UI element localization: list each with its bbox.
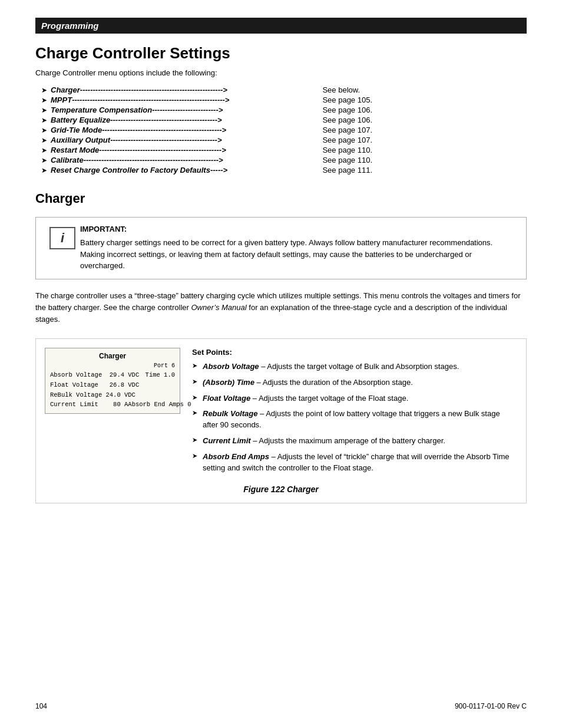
chevron-icon: ➤ [41,106,47,114]
menu-list: ➤Charger--------------------------------… [41,85,527,174]
menu-item-label: Charger [51,85,80,94]
menu-item: ➤Reset Charge Controller to Factory Defa… [41,166,527,174]
chevron-icon: ➤ [41,116,47,124]
setpoint-arrow-5: ➤ [192,436,199,444]
figure-caption: Figure 122 Charger [45,485,517,494]
menu-item-ref: See below. [322,85,360,94]
setpoint-arrow-4: ➤ [192,409,199,417]
figure-content: Charger Port 6 Absorb Voltage 29.4 VDC T… [45,348,517,479]
menu-item-dots: ----------------------------------------… [102,126,226,134]
menu-item-label: Restart Mode [51,146,99,154]
section-bar: Programming [35,18,527,34]
menu-item-ref: See page 106. [322,116,372,124]
setpoint-arrow-6: ➤ [192,452,199,460]
lcd-row-4: Current Limit 80 A Absorb End Amps 0 [50,400,175,410]
menu-item-dots: ----------------------------------------… [110,116,222,124]
lcd-row-1: Absorb Voltage 29.4 VDC Time 1.0 [50,370,175,380]
chevron-icon: ➤ [41,156,47,164]
menu-item-label: Temperature Compensation [51,106,152,114]
setpoint-text-5: Current Limit – Adjusts the maximum ampe… [203,436,445,447]
page-title: Charge Controller Settings [35,44,527,62]
book-icon [49,227,75,249]
charger-section: Charger IMPORTANT: Battery charger setti… [35,191,527,503]
menu-item: ➤Battery Equalize-----------------------… [41,116,527,124]
menu-item-ref: See page 107. [322,126,372,134]
menu-item-dots: -----> [210,166,227,174]
menu-item: ➤Restart Mode---------------------------… [41,146,527,154]
menu-item: ➤Charger--------------------------------… [41,85,527,94]
menu-item-dots: ----------------------------------------… [110,136,222,144]
menu-item-dots: ----------------------------------------… [80,85,227,94]
important-title: IMPORTANT: [80,225,517,233]
setpoint-text-4: Rebulk Voltage – Adjusts the point of lo… [203,409,517,431]
setpoint-arrow-2: ➤ [192,378,199,386]
menu-item: ➤MPPT-----------------------------------… [41,95,527,104]
menu-item-ref: See page 105. [322,95,372,104]
setpoint-absorb-end-amps: ➤ Absorb End Amps – Adjusts the level of… [192,452,517,474]
important-content: IMPORTANT: Battery charger settings need… [80,225,517,272]
menu-item: ➤Calibrate------------------------------… [41,156,527,164]
charger-description: The charge controller uses a “three-stag… [35,290,527,325]
setpoint-arrow-3: ➤ [192,394,199,401]
setpoint-float-voltage: ➤ Float Voltage – Adjusts the target vol… [192,393,517,404]
chevron-icon: ➤ [41,96,47,104]
menu-item-ref: See page 107. [322,136,372,144]
menu-item: ➤Grid-Tie Mode--------------------------… [41,126,527,134]
menu-item-label: MPPT [51,95,72,104]
menu-item-label: Grid-Tie Mode [51,126,102,134]
setpoints-title: Set Points: [192,348,517,357]
setpoint-text-6: Absorb End Amps – Adjusts the level of “… [203,452,517,474]
charger-lcd: Charger Port 6 Absorb Voltage 29.4 VDC T… [45,348,180,414]
lcd-title: Charger [50,352,175,360]
important-icon-cell [45,225,80,272]
chevron-icon: ➤ [41,86,47,94]
page-footer: 104 900-0117-01-00 Rev C [35,702,527,710]
setpoint-text-1: Absorb Voltage – Adjusts the target volt… [203,361,459,373]
setpoints-panel: Set Points: ➤ Absorb Voltage – Adjusts t… [192,348,517,479]
setpoint-absorb-voltage: ➤ Absorb Voltage – Adjusts the target vo… [192,361,517,373]
menu-item-ref: See page 110. [322,146,372,154]
chevron-icon: ➤ [41,126,47,134]
section-bar-label: Programming [41,21,99,31]
intro-text: Charge Controller menu options include t… [35,68,527,77]
menu-item-label: Battery Equalize [51,116,110,124]
page-number: 104 [35,702,47,710]
setpoint-text-3: Float Voltage – Adjusts the target volta… [203,393,408,404]
lcd-row-2: Float Voltage 26.8 VDC [50,380,175,390]
setpoint-absorb-time: ➤ (Absorb) Time – Adjusts the duration o… [192,377,517,388]
chevron-icon: ➤ [41,136,47,144]
menu-item-dots: ----------------------------------------… [72,95,229,104]
menu-item-label: Reset Charge Controller to Factory Defau… [51,166,210,174]
setpoint-rebulk-voltage: ➤ Rebulk Voltage – Adjusts the point of … [192,409,517,431]
menu-item-ref: See page 110. [322,156,372,164]
important-text: Battery charger settings need to be corr… [80,237,517,272]
setpoint-current-limit: ➤ Current Limit – Adjusts the maximum am… [192,436,517,447]
menu-item: ➤Auxiliary Output-----------------------… [41,136,527,144]
page: Programming Charge Controller Settings C… [0,0,562,728]
menu-item: ➤Temperature Compensation---------------… [41,106,527,114]
menu-item-label: Calibrate [51,156,84,164]
lcd-row-3: ReBulk Voltage 24.0 VDC [50,390,175,400]
menu-item-label: Auxiliary Output [51,136,110,144]
figure-box: Charger Port 6 Absorb Voltage 29.4 VDC T… [35,338,527,503]
menu-item-dots: ----------------------------------------… [99,146,226,154]
chevron-icon: ➤ [41,166,47,174]
menu-item-dots: ----------------------------------------… [84,156,223,164]
setpoint-text-2: (Absorb) Time – Adjusts the duration of … [203,377,413,388]
doc-ref: 900-0117-01-00 Rev C [455,702,527,710]
charger-heading: Charger [35,191,527,206]
menu-item-ref: See page 111. [322,166,372,174]
setpoint-arrow-1: ➤ [192,362,199,370]
lcd-port: Port 6 [50,363,175,369]
menu-item-dots: --------------------------> [152,106,223,114]
important-box: IMPORTANT: Battery charger settings need… [35,217,527,279]
chevron-icon: ➤ [41,146,47,154]
menu-item-ref: See page 106. [322,106,372,114]
